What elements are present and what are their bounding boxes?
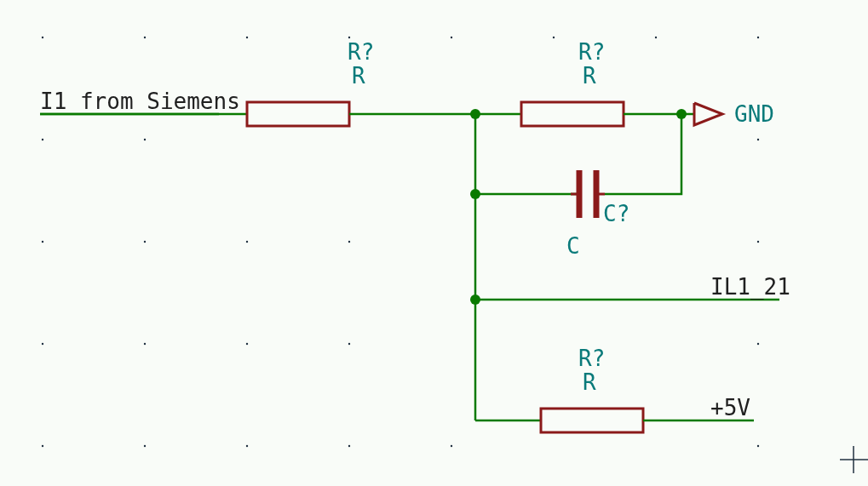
capacitor-c1[interactable]: C? C	[566, 170, 629, 259]
svg-point-23	[246, 445, 248, 447]
net-label-output-text: IL1_21	[710, 274, 790, 300]
resistor-r3[interactable]: R? R	[541, 346, 643, 432]
svg-point-19	[348, 343, 350, 345]
svg-point-6	[655, 37, 657, 38]
svg-point-10	[757, 139, 759, 140]
origin-marker	[840, 446, 868, 473]
net-label-output[interactable]: IL1_21	[707, 274, 790, 300]
c1-ref: C?	[603, 201, 629, 226]
svg-point-21	[42, 445, 43, 447]
resistor-r2[interactable]: R? R	[521, 39, 624, 126]
r3-value: R	[583, 369, 596, 395]
svg-point-22	[144, 445, 146, 447]
svg-point-14	[348, 241, 350, 243]
resistor-r1[interactable]: R? R	[247, 39, 374, 126]
svg-rect-28	[247, 102, 349, 126]
svg-point-3	[348, 37, 350, 38]
gnd-symbol[interactable]: GND	[681, 101, 774, 127]
net-label-input[interactable]: I1_from_Siemens	[40, 89, 240, 115]
r1-ref: R?	[348, 39, 374, 65]
svg-point-5	[553, 37, 555, 38]
svg-rect-29	[521, 102, 624, 126]
r2-value: R	[583, 63, 596, 89]
r1-value: R	[352, 63, 365, 89]
c1-value: C	[566, 233, 580, 259]
svg-point-17	[144, 343, 146, 345]
svg-point-2	[246, 37, 248, 38]
svg-point-8	[42, 139, 43, 140]
svg-point-18	[246, 343, 248, 345]
r2-ref: R?	[578, 39, 605, 65]
net-label-power-text: +5V	[710, 395, 750, 420]
svg-point-7	[757, 37, 759, 38]
svg-point-24	[348, 445, 350, 447]
svg-point-0	[42, 37, 43, 38]
r3-ref: R?	[578, 346, 605, 371]
svg-rect-36	[541, 409, 643, 432]
svg-point-26	[757, 445, 759, 447]
svg-point-20	[757, 343, 759, 345]
gnd-label: GND	[734, 101, 774, 127]
svg-point-12	[144, 241, 146, 243]
svg-point-15	[757, 241, 759, 243]
net-label-power[interactable]: +5V	[707, 395, 754, 420]
svg-point-13	[246, 241, 248, 243]
net-label-input-text: I1_from_Siemens	[40, 89, 240, 115]
svg-point-4	[451, 37, 452, 38]
svg-point-9	[144, 139, 146, 140]
svg-point-25	[451, 445, 452, 447]
svg-point-1	[144, 37, 146, 38]
svg-point-16	[42, 343, 43, 345]
svg-point-11	[42, 241, 43, 243]
